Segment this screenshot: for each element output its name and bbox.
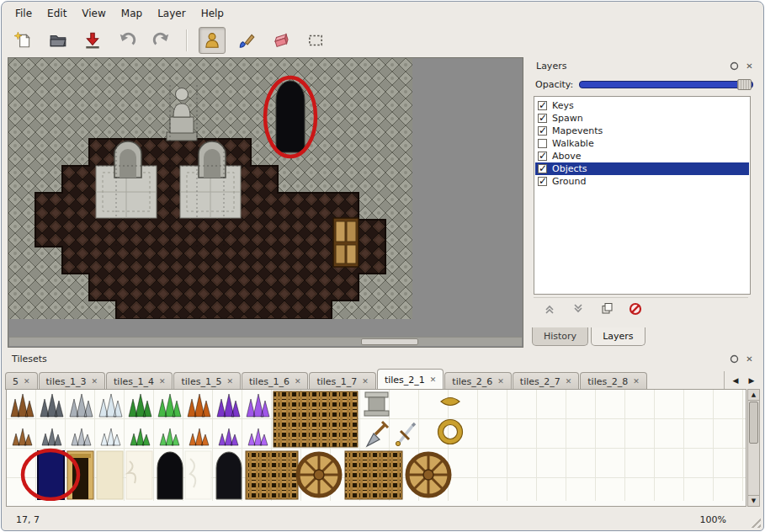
zoom-level: 100% <box>700 514 726 525</box>
layers-panel-header: Layers ✕ <box>529 57 760 74</box>
tab-label: History <box>544 331 576 342</box>
tab-close-icon[interactable]: ✕ <box>295 377 301 386</box>
menu-item-view[interactable]: View <box>75 5 112 22</box>
layer-row-above[interactable]: Above <box>535 150 749 162</box>
menu-item-edit[interactable]: Edit <box>40 5 73 22</box>
undo-icon <box>118 31 136 50</box>
tileset-tab[interactable]: tiles_2_6 ✕ <box>444 372 511 390</box>
save-button[interactable] <box>79 27 106 54</box>
tileset-tab-label: tiles_1_3 <box>46 376 87 387</box>
layer-row-mapevents[interactable]: Mapevents <box>535 125 749 137</box>
new-file-icon <box>14 31 33 50</box>
resize-grip[interactable] <box>748 515 761 528</box>
new-file-button[interactable] <box>10 27 37 54</box>
tab-close-icon[interactable]: ✕ <box>566 377 572 386</box>
layer-name: Above <box>552 151 582 162</box>
opacity-slider-handle[interactable] <box>737 79 752 90</box>
select-tool-icon <box>306 31 325 50</box>
detach-panel-button[interactable] <box>728 60 741 72</box>
tab-close-icon[interactable]: ✕ <box>24 377 30 386</box>
tab-close-icon[interactable]: ✕ <box>159 377 166 386</box>
cabinet <box>333 218 359 267</box>
tileset-tab[interactable]: tiles_2_7 ✕ <box>513 372 579 390</box>
dock-tabs: History Layers <box>532 327 648 346</box>
tileset-tab-label: 5 <box>13 376 19 387</box>
menu-item-map[interactable]: Map <box>114 5 149 22</box>
layer-row-objects[interactable]: Objects <box>535 162 749 175</box>
layer-row-spawn[interactable]: Spawn <box>535 112 749 125</box>
detach-icon <box>730 61 739 71</box>
tab-close-icon[interactable]: ✕ <box>91 377 98 386</box>
select-tool-button[interactable] <box>302 27 329 54</box>
tab-close-icon[interactable]: ✕ <box>226 377 233 386</box>
eraser-tool-button[interactable] <box>268 27 295 54</box>
arch-doorway-tile <box>216 452 242 499</box>
tileset-canvas[interactable] <box>7 390 746 501</box>
close-panel-button[interactable]: ✕ <box>743 353 756 364</box>
scroll-down-button[interactable]: ▼ <box>748 495 759 506</box>
layer-name: Mapevents <box>552 125 603 136</box>
tileset-tab[interactable]: tiles_1_7 ✕ <box>309 372 375 390</box>
tab-close-icon[interactable]: ✕ <box>633 377 640 386</box>
layer-row-ground[interactable]: Ground <box>535 175 749 188</box>
layer-visibility-checkbox[interactable] <box>538 164 547 173</box>
layer-visibility-checkbox[interactable] <box>538 114 547 123</box>
brush-tool-button[interactable] <box>233 27 260 54</box>
close-panel-button[interactable]: ✕ <box>743 60 756 72</box>
tileset-vscroll-thumb[interactable] <box>749 402 758 444</box>
layer-visibility-checkbox[interactable] <box>538 152 547 161</box>
stamp-tool-icon <box>203 31 221 50</box>
copy-layers-icon <box>601 302 614 315</box>
map-canvas[interactable] <box>8 58 412 319</box>
tab-close-icon[interactable]: ✕ <box>497 377 504 386</box>
tileset-tab[interactable]: tiles_1_6 ✕ <box>242 372 308 390</box>
scroll-up-button[interactable]: ▲ <box>748 390 759 401</box>
tileset-vertical-scrollbar[interactable]: ▲ ▼ <box>747 389 760 507</box>
tab-close-icon[interactable]: ✕ <box>362 377 369 386</box>
layer-row-walkable[interactable]: Walkable <box>535 137 749 150</box>
layer-row-keys[interactable]: Keys <box>535 99 749 112</box>
scroll-tabs-right-button[interactable]: ▶ <box>745 373 758 388</box>
layer-list: Keys Spawn Mapevents Walkable Above Obje… <box>534 96 751 295</box>
opacity-slider[interactable] <box>579 81 753 88</box>
layer-visibility-checkbox[interactable] <box>538 126 547 136</box>
map-hscroll-thumb[interactable] <box>361 338 418 345</box>
detach-panel-button[interactable] <box>728 353 741 364</box>
menu-item-file[interactable]: File <box>8 5 39 22</box>
tab-label: Layers <box>603 331 633 342</box>
tileset-tab[interactable]: tiles_2_1 ✕ <box>377 369 444 390</box>
tileset-tab[interactable]: tiles_2_8 ✕ <box>580 372 646 390</box>
scroll-tabs-left-button[interactable]: ◀ <box>729 373 742 388</box>
redo-button[interactable] <box>148 27 175 54</box>
tileset-tab[interactable]: tiles_1_4 ✕ <box>106 372 173 390</box>
map-horizontal-scrollbar[interactable] <box>9 337 522 346</box>
stamp-tool-button[interactable] <box>199 27 226 54</box>
duplicate-layer-button[interactable] <box>598 301 616 317</box>
tilesets-panel: Tilesets ✕ 5 ✕ tiles_1_3 ✕ tiles_1_4 ✕ <box>5 350 760 510</box>
delete-layer-button[interactable] <box>626 301 645 317</box>
undo-button[interactable] <box>114 27 141 54</box>
layer-name: Keys <box>552 100 574 111</box>
chevron-up-icon <box>544 303 555 315</box>
move-layer-down-button[interactable] <box>569 301 587 317</box>
open-folder-icon <box>49 31 67 50</box>
layer-visibility-checkbox[interactable] <box>538 177 547 186</box>
map-viewport[interactable] <box>8 57 523 348</box>
layer-visibility-checkbox[interactable] <box>538 101 547 110</box>
tileset-tab[interactable]: tiles_1_3 ✕ <box>39 372 105 390</box>
menu-item-layer[interactable]: Layer <box>151 5 192 22</box>
tab-layers[interactable]: Layers <box>591 327 645 346</box>
tileset-tab[interactable]: tiles_1_5 ✕ <box>173 372 240 390</box>
chevron-down-icon <box>572 303 584 315</box>
layer-visibility-checkbox[interactable] <box>538 139 547 148</box>
tileset-tab[interactable]: 5 ✕ <box>5 372 38 390</box>
tileset-content[interactable] <box>6 389 746 507</box>
tab-history[interactable]: History <box>532 327 588 346</box>
move-layer-up-button[interactable] <box>540 301 559 317</box>
tile-selected[interactable] <box>38 451 64 499</box>
tab-close-icon[interactable]: ✕ <box>430 375 437 384</box>
menu-item-help[interactable]: Help <box>194 5 231 22</box>
arch-doorway-tile <box>157 452 183 499</box>
open-folder-button[interactable] <box>45 27 72 54</box>
redo-icon <box>152 31 171 50</box>
